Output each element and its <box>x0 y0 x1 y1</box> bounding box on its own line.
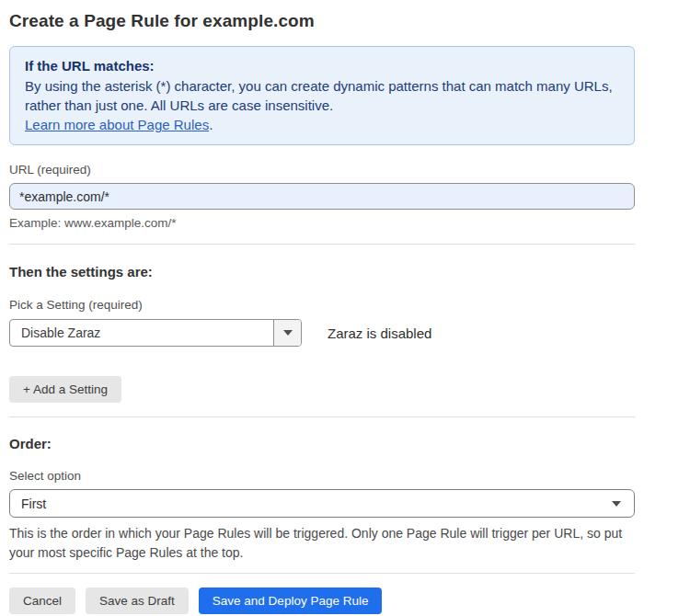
save-deploy-button[interactable]: Save and Deploy Page Rule <box>199 587 383 614</box>
order-select-label: Select option <box>9 469 635 483</box>
learn-more-link[interactable]: Learn more about Page Rules <box>25 117 209 132</box>
url-input[interactable] <box>9 183 635 210</box>
page-rule-form: Create a Page Rule for example.com If th… <box>9 0 635 614</box>
link-suffix: . <box>209 117 213 132</box>
setting-select-value: Disable Zaraz <box>10 320 273 346</box>
divider <box>9 573 635 574</box>
divider <box>9 244 635 245</box>
setting-row: Disable Zaraz Zaraz is disabled <box>9 319 635 347</box>
divider <box>9 416 635 417</box>
save-draft-button[interactable]: Save as Draft <box>86 587 189 614</box>
settings-heading: Then the settings are: <box>9 264 635 279</box>
setting-status-text: Zaraz is disabled <box>328 325 431 341</box>
chevron-down-icon <box>283 330 293 336</box>
chevron-down-icon <box>612 501 621 507</box>
order-heading: Order: <box>9 436 635 451</box>
order-help-text: This is the order in which your Page Rul… <box>9 524 627 563</box>
add-setting-button[interactable]: + Add a Setting <box>9 376 121 403</box>
order-select-value: First <box>21 496 46 511</box>
setting-select[interactable]: Disable Zaraz <box>9 319 302 347</box>
info-box: If the URL matches: By using the asteris… <box>9 46 635 145</box>
url-label: URL (required) <box>9 163 635 177</box>
info-box-body: By using the asterisk (*) character, you… <box>25 76 619 115</box>
setting-picker-label: Pick a Setting (required) <box>9 298 635 312</box>
info-box-link-line: Learn more about Page Rules. <box>25 115 619 134</box>
cancel-button[interactable]: Cancel <box>9 587 75 614</box>
setting-select-arrow-button[interactable] <box>273 320 301 346</box>
page-title: Create a Page Rule for example.com <box>9 11 635 31</box>
order-select[interactable]: First <box>9 489 635 518</box>
info-box-heading: If the URL matches: <box>25 56 619 75</box>
form-actions: Cancel Save as Draft Save and Deploy Pag… <box>9 587 635 614</box>
url-example-text: Example: www.example.com/* <box>9 216 635 230</box>
